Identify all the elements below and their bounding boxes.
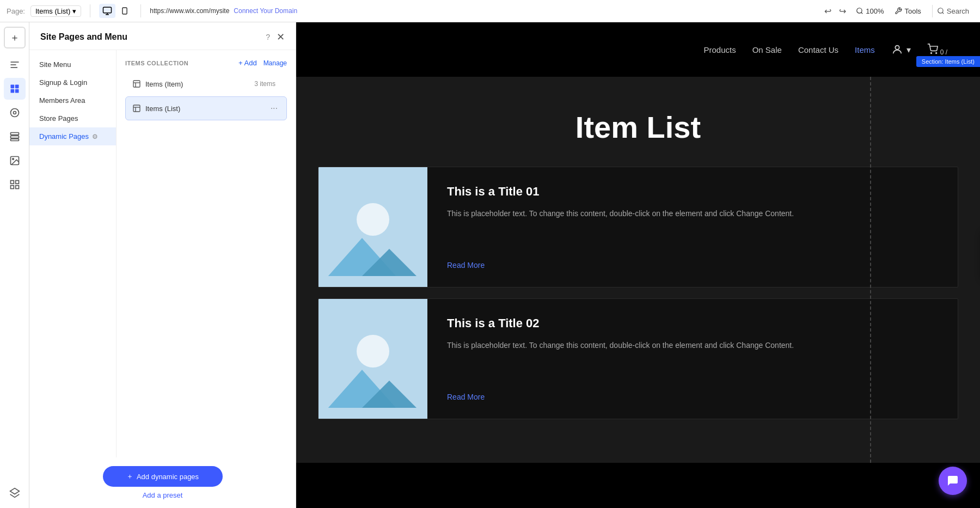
svg-point-17	[10, 109, 19, 117]
item-card-1-title: This is a Title 01	[447, 185, 938, 199]
svg-point-16	[13, 112, 16, 114]
sidebar-item-sections[interactable]	[4, 126, 26, 148]
add-preset-btn[interactable]: Add a preset	[143, 491, 183, 499]
section-badge-text: Section: Items (List)	[922, 58, 975, 65]
nav-item-site-menu[interactable]: Site Menu	[29, 56, 116, 74]
desktop-device-btn[interactable]	[99, 4, 115, 18]
site-pages-panel: Site Pages and Menu ? ✕ Site Menu Signup…	[29, 22, 296, 508]
items-list-more-btn[interactable]: ···	[268, 102, 280, 114]
nav-contact-us[interactable]: Contact Us	[798, 45, 838, 54]
contact-us-label: Contact Us	[798, 45, 838, 54]
sidebar-item-media[interactable]	[4, 150, 26, 172]
dynamic-pages-label: Dynamic Pages	[39, 132, 89, 140]
items-item-count: 3 items	[254, 80, 275, 88]
on-sale-label: On Sale	[752, 45, 782, 54]
site-wrapper: Section: Items (List) Products On Sale C…	[296, 22, 980, 508]
item-card-1-text: This is placeholder text. To change this…	[447, 207, 938, 219]
collection-label: ITEMS COLLECTION	[125, 60, 188, 66]
items-nav-label: Items	[855, 45, 875, 54]
items-item-name: Items (Item)	[145, 80, 254, 88]
page-row-items-item[interactable]: Items (Item) 3 items	[125, 74, 287, 94]
nav-products[interactable]: Products	[703, 45, 736, 54]
panel-nav: Site Menu Signup & Login Members Area St…	[29, 50, 117, 457]
mountain-svg-1	[318, 222, 427, 287]
add-link[interactable]: + Add	[238, 59, 257, 67]
nav-item-members-area[interactable]: Members Area	[29, 91, 116, 109]
tools-icon	[895, 7, 902, 15]
user-icon	[891, 44, 903, 56]
svg-rect-12	[10, 85, 14, 89]
item-card-2: This is a Title 02 This is placeholder t…	[318, 298, 958, 419]
svg-line-8	[942, 13, 944, 14]
svg-point-36	[936, 52, 937, 53]
sidebar-item-text[interactable]	[4, 54, 26, 76]
sidebar-add-btn[interactable]: ＋	[4, 27, 26, 48]
nav-items[interactable]: Items	[855, 45, 875, 54]
signup-login-label: Signup & Login	[39, 78, 87, 87]
svg-line-6	[861, 13, 863, 14]
nav-item-dynamic-pages[interactable]: Dynamic Pages ⚙	[29, 127, 116, 145]
panel-header-actions: ? ✕	[266, 31, 285, 43]
cart-svg	[927, 44, 938, 54]
svg-point-5	[857, 8, 862, 13]
svg-marker-27	[10, 488, 19, 494]
media-icon	[9, 155, 20, 166]
page-selector[interactable]: Items (List) ▾	[30, 5, 81, 17]
search-label: Search	[947, 7, 969, 15]
page-icon	[132, 79, 141, 88]
connect-domain-link[interactable]: Connect Your Domain	[234, 7, 297, 15]
item-list-title: Item List	[318, 109, 958, 145]
item-card-2-read-more[interactable]: Read More	[447, 393, 938, 401]
svg-point-7	[938, 8, 943, 13]
mobile-device-btn[interactable]	[118, 4, 132, 18]
svg-rect-28	[133, 81, 140, 87]
nav-item-store-pages[interactable]: Store Pages	[29, 109, 116, 127]
svg-rect-25	[10, 186, 14, 189]
zoom-value: 100%	[866, 7, 884, 15]
search-btn[interactable]: Search	[932, 5, 973, 17]
url-bar: https://www.wix.com/mysite Connect Your …	[150, 7, 816, 15]
page-icon-2	[132, 104, 141, 113]
redo-btn[interactable]: ↪	[836, 4, 849, 19]
panel-body: Site Menu Signup & Login Members Area St…	[29, 50, 296, 457]
panel-close-btn[interactable]: ✕	[277, 31, 285, 43]
canvas-inner: Section: Items (List) Products On Sale C…	[296, 22, 980, 508]
item-card-2-content: This is a Title 02 This is placeholder t…	[427, 299, 958, 419]
plus-icon: ＋	[126, 472, 133, 481]
sidebar-item-blocks[interactable]	[4, 174, 26, 195]
cart-icon[interactable]: 0 /	[927, 44, 947, 56]
nav-on-sale[interactable]: On Sale	[752, 45, 782, 54]
cart-label: 0 /	[940, 48, 947, 56]
mountain-svg-2	[318, 353, 427, 419]
help-icon[interactable]: ?	[266, 33, 270, 41]
url-text: https://www.wix.com/mysite	[150, 7, 229, 15]
svg-rect-39	[318, 276, 427, 287]
nav-user[interactable]: ▾	[891, 44, 911, 56]
chevron-down-icon: ▾	[72, 7, 76, 15]
blocks-icon	[9, 179, 20, 190]
nav-item-signup-login[interactable]: Signup & Login	[29, 74, 116, 91]
zoom-control[interactable]: 100%	[856, 7, 884, 15]
manage-link[interactable]: Manage	[264, 59, 287, 67]
svg-rect-31	[133, 105, 140, 112]
chat-bubble-btn[interactable]	[939, 467, 967, 495]
members-area-label: Members Area	[39, 96, 85, 105]
sidebar-item-design[interactable]	[4, 102, 26, 124]
tools-btn[interactable]: Tools	[890, 5, 925, 17]
item-card-2-image	[318, 299, 427, 419]
sidebar-item-layers[interactable]	[4, 482, 26, 504]
mobile-icon	[121, 6, 128, 16]
sidebar-item-pages[interactable]	[4, 78, 26, 100]
search-icon	[937, 7, 945, 15]
site-menu-label: Site Menu	[39, 60, 71, 69]
item-card-1-image	[318, 167, 427, 287]
item-card-1-read-more[interactable]: Read More	[447, 261, 938, 270]
add-dynamic-pages-btn[interactable]: ＋ Add dynamic pages	[103, 466, 223, 487]
page-row-items-list[interactable]: Items (List) ···	[125, 96, 287, 120]
top-actions: ↩ ↪ 100% Tools Search	[821, 4, 973, 19]
undo-btn[interactable]: ↩	[821, 4, 835, 19]
left-sidebar: ＋	[0, 22, 29, 508]
collection-header: ITEMS COLLECTION + Add Manage	[125, 59, 287, 67]
panel-footer: ＋ Add dynamic pages Add a preset	[29, 457, 296, 508]
panel-header: Site Pages and Menu ? ✕	[29, 22, 296, 50]
